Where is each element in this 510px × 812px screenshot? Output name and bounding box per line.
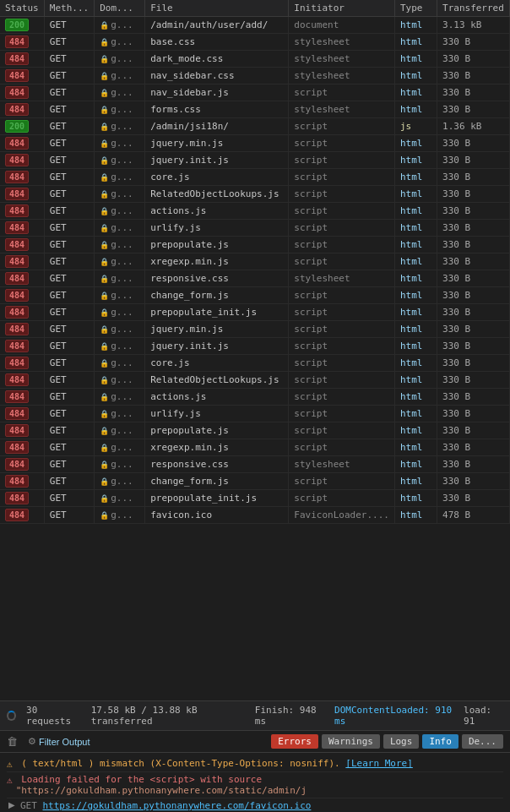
expand-button[interactable]: ▶ — [7, 800, 17, 809]
warning-icon: ⚠ — [7, 759, 13, 770]
trash-icon[interactable]: 🗑 — [7, 735, 18, 748]
method-cell: GET — [44, 169, 94, 186]
domain-text: g... — [111, 341, 133, 352]
file-cell[interactable]: prepopulate.js — [145, 237, 289, 253]
table-row[interactable]: 484GET🔒g...prepopulate.jsscripthtml330 B — [0, 422, 510, 439]
file-cell[interactable]: urlify.js — [145, 220, 289, 237]
table-row[interactable]: 484GET🔒g...dark_mode.cssstylesheethtml33… — [0, 51, 510, 68]
lock-icon: 🔒 — [100, 325, 109, 334]
status-badge: 484 — [5, 238, 29, 251]
table-row[interactable]: 484GET🔒g...core.jsscripthtml330 B — [0, 169, 510, 186]
domain-cell: 🔒g... — [95, 406, 145, 422]
method-cell: GET — [44, 422, 94, 439]
file-cell[interactable]: prepopulate_init.js — [145, 490, 289, 507]
table-row[interactable]: 484GET🔒g...favicon.icoFaviconLoader....h… — [0, 507, 510, 524]
file-cell[interactable]: nav_sidebar.css — [145, 68, 289, 84]
lock-icon: 🔒 — [100, 477, 109, 486]
domain-text: g... — [111, 510, 133, 520]
tab-info[interactable]: Info — [422, 734, 458, 749]
table-row[interactable]: 484GET🔒g...prepopulate_init.jsscripthtml… — [0, 490, 510, 507]
table-row[interactable]: 484GET🔒g...forms.cssstylesheethtml330 B — [0, 101, 510, 118]
filter-output-button[interactable]: ⚙ Filter Output — [24, 734, 94, 749]
file-cell[interactable]: urlify.js — [145, 406, 289, 422]
learn-more-link[interactable]: [Learn More] — [345, 758, 412, 769]
table-row[interactable]: 484GET🔒g...xregexp.min.jsscripthtml330 B — [0, 439, 510, 456]
table-row[interactable]: 484GET🔒g...nav_sidebar.cssstylesheethtml… — [0, 68, 510, 84]
domain-cell: 🔒g... — [95, 304, 145, 321]
file-cell[interactable]: /admin/auth/user/add/ — [145, 17, 289, 34]
tab-warnings[interactable]: Warnings — [322, 734, 380, 749]
file-cell[interactable]: dark_mode.css — [145, 51, 289, 68]
domain-cell: 🔒g... — [95, 321, 145, 338]
table-row[interactable]: 484GET🔒g...RelatedObjectLookups.jsscript… — [0, 372, 510, 389]
file-cell[interactable]: jquery.init.js — [145, 338, 289, 355]
table-row[interactable]: 200GET🔒g.../admin/auth/user/add/document… — [0, 17, 510, 34]
table-row[interactable]: 484GET🔒g...jquery.init.jsscripthtml330 B — [0, 152, 510, 169]
status-badge: 484 — [5, 171, 29, 183]
tab-logs[interactable]: Logs — [383, 734, 420, 749]
file-cell[interactable]: core.js — [145, 355, 289, 372]
table-row[interactable]: 484GET🔒g...core.jsscripthtml330 B — [0, 355, 510, 372]
file-cell[interactable]: core.js — [145, 169, 289, 186]
table-row[interactable]: 484GET🔒g...responsive.cssstylesheethtml3… — [0, 270, 510, 287]
domain-text: g... — [111, 138, 133, 149]
file-cell[interactable]: change_form.js — [145, 473, 289, 490]
file-cell[interactable]: change_form.js — [145, 287, 289, 304]
header-file: File — [145, 0, 289, 17]
file-cell[interactable]: responsive.css — [145, 456, 289, 473]
type-cell: html — [394, 84, 437, 101]
file-cell[interactable]: xregexp.min.js — [145, 253, 289, 270]
file-cell[interactable]: prepopulate_init.js — [145, 304, 289, 321]
initiator-cell: script — [289, 406, 395, 422]
table-row[interactable]: 200GET🔒g.../admin/jsi18n/scriptjs1.36 kB — [0, 118, 510, 135]
domain-cell: 🔒g... — [95, 101, 145, 118]
file-cell[interactable]: nav_sidebar.js — [145, 84, 289, 101]
table-row[interactable]: 484GET🔒g...nav_sidebar.jsscripthtml330 B — [0, 84, 510, 101]
network-table-wrapper[interactable]: Status Meth... Dom... File Initiator Typ… — [0, 0, 510, 672]
table-row[interactable]: 484GET🔒g...actions.jsscripthtml330 B — [0, 389, 510, 406]
status-badge: 484 — [5, 492, 29, 504]
tab-errors[interactable]: Errors — [271, 734, 318, 749]
file-cell[interactable]: responsive.css — [145, 270, 289, 287]
file-cell[interactable]: jquery.init.js — [145, 152, 289, 169]
file-cell[interactable]: xregexp.min.js — [145, 439, 289, 456]
table-row[interactable]: 484GET🔒g...urlify.jsscripthtml330 B — [0, 406, 510, 422]
table-row[interactable]: 484GET🔒g...prepopulate_init.jsscripthtml… — [0, 304, 510, 321]
table-row[interactable]: 484GET🔒g...urlify.jsscripthtml330 B — [0, 220, 510, 237]
file-cell[interactable]: favicon.ico — [145, 507, 289, 524]
domain-text: g... — [111, 476, 133, 487]
table-row[interactable]: 484GET🔒g...xregexp.min.jsscripthtml330 B — [0, 253, 510, 270]
file-cell[interactable]: RelatedObjectLookups.js — [145, 372, 289, 389]
initiator-cell: script — [289, 135, 395, 152]
file-cell[interactable]: prepopulate.js — [145, 422, 289, 439]
domain-cell: 🔒g... — [95, 253, 145, 270]
initiator-cell: script — [289, 473, 395, 490]
status-badge: 484 — [5, 441, 29, 454]
table-row[interactable]: 484GET🔒g...actions.jsscripthtml330 B — [0, 203, 510, 220]
table-row[interactable]: 484GET🔒g...RelatedObjectLookups.jsscript… — [0, 186, 510, 203]
table-row[interactable]: 484GET🔒g...base.cssstylesheethtml330 B — [0, 34, 510, 51]
file-cell[interactable]: jquery.min.js — [145, 135, 289, 152]
header-domain: Dom... — [95, 0, 145, 17]
file-cell[interactable]: actions.js — [145, 203, 289, 220]
finish-time: Finish: 948 ms — [255, 705, 324, 727]
file-cell[interactable]: /admin/jsi18n/ — [145, 118, 289, 135]
tab-debug[interactable]: De... — [462, 734, 503, 749]
table-row[interactable]: 484GET🔒g...change_form.jsscripthtml330 B — [0, 287, 510, 304]
table-row[interactable]: 484GET🔒g...change_form.jsscripthtml330 B — [0, 473, 510, 490]
table-row[interactable]: 484GET🔒g...jquery.init.jsscripthtml330 B — [0, 338, 510, 355]
table-row[interactable]: 484GET🔒g...jquery.min.jsscripthtml330 B — [0, 135, 510, 152]
file-cell[interactable]: actions.js — [145, 389, 289, 406]
type-cell: html — [394, 372, 437, 389]
transferred-cell: 330 B — [437, 456, 510, 473]
file-cell[interactable]: RelatedObjectLookups.js — [145, 186, 289, 203]
method-cell: GET — [44, 203, 94, 220]
file-cell[interactable]: base.css — [145, 34, 289, 51]
table-row[interactable]: 484GET🔒g...jquery.min.jsscripthtml330 B — [0, 321, 510, 338]
favicon-link[interactable]: https://gokuldham.pythonanywhere.com/fav… — [43, 800, 312, 811]
file-cell[interactable]: jquery.min.js — [145, 321, 289, 338]
domain-cell: 🔒g... — [95, 152, 145, 169]
file-cell[interactable]: forms.css — [145, 101, 289, 118]
table-row[interactable]: 484GET🔒g...responsive.cssstylesheethtml3… — [0, 456, 510, 473]
table-row[interactable]: 484GET🔒g...prepopulate.jsscripthtml330 B — [0, 237, 510, 253]
